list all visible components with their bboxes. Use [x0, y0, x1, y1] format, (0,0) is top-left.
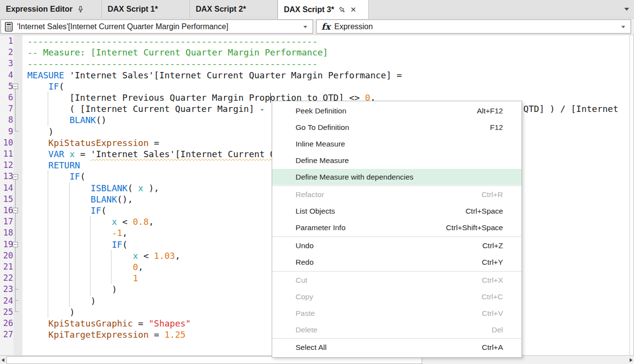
line-number: 24	[0, 295, 13, 307]
menu-item-shortcut: Ctrl+X	[482, 276, 503, 285]
code-line-17[interactable]: x < 0.8,	[27, 216, 154, 227]
fold-scope-line	[15, 89, 19, 131]
code-line-1[interactable]: ----------------------------------------…	[27, 36, 317, 47]
line-number: 7	[0, 103, 13, 114]
code-line-20[interactable]: x < 1.03,	[27, 250, 180, 261]
menu-item-label: List Objects	[296, 207, 466, 216]
line-number: 2	[0, 47, 13, 58]
menu-item-shortcut: Ctrl+Y	[482, 258, 503, 267]
menu-item-label: Paste	[296, 309, 482, 318]
menu-item-cut: CutCtrl+X	[272, 272, 522, 289]
pin-icon[interactable]	[77, 6, 84, 13]
menu-item-label: Refactor	[296, 190, 482, 199]
code-line-12[interactable]: RETURN	[27, 160, 80, 171]
menu-item-label: Select All	[296, 343, 482, 352]
fold-collapse-icon[interactable]: −	[13, 242, 18, 247]
menu-item-peek-definition[interactable]: Peek DefinitionAlt+F12	[272, 103, 522, 119]
line-number: 4	[0, 70, 13, 81]
code-line-23[interactable]: )	[27, 284, 117, 295]
code-line-10[interactable]: KpiStatusExpression =	[27, 137, 159, 148]
code-line-3[interactable]: ----------------------------------------…	[27, 58, 317, 69]
line-number: 9	[0, 126, 13, 137]
line-number: 10	[0, 137, 13, 148]
pin-icon[interactable]	[339, 6, 345, 13]
tab-label: DAX Script 3*	[284, 5, 334, 14]
menu-item-inline-measure[interactable]: Inline Measure	[272, 136, 522, 152]
expression-selector[interactable]: fx Expression	[316, 19, 631, 34]
fold-collapse-icon[interactable]: −	[13, 208, 18, 213]
measure-selector-value: 'Internet Sales'[Internet Current Quarte…	[17, 22, 228, 31]
menu-item-define-measure-with-dependencies[interactable]: Define Measure with dependencies	[272, 169, 522, 185]
menu-item-define-measure[interactable]: Define Measure	[272, 152, 522, 169]
line-number: 17	[0, 216, 13, 227]
menu-separator	[272, 338, 522, 339]
menu-item-shortcut: Alt+F12	[477, 107, 503, 115]
chevron-down-icon[interactable]	[621, 26, 625, 28]
line-number: 20	[0, 250, 13, 261]
line-number: 22	[0, 273, 13, 284]
code-line-25[interactable]: )	[27, 307, 75, 318]
code-line-19[interactable]: IF(	[27, 239, 128, 250]
code-line-4[interactable]: MEASURE 'Internet Sales'[Internet Curren…	[27, 70, 402, 81]
code-line-13[interactable]: IF(	[27, 171, 85, 182]
menu-item-undo[interactable]: UndoCtrl+Z	[272, 237, 522, 254]
fold-collapse-icon[interactable]: −	[13, 174, 18, 180]
line-number: 16	[0, 205, 13, 216]
menu-item-shortcut: F12	[490, 123, 503, 132]
menu-item-shortcut: Del	[492, 326, 503, 334]
menu-item-redo[interactable]: RedoCtrl+Y	[272, 254, 522, 271]
measure-selector[interactable]: 'Internet Sales'[Internet Current Quarte…	[0, 19, 313, 34]
code-line-8[interactable]: BLANK()	[27, 114, 107, 126]
line-number: 1	[0, 36, 13, 47]
code-line-9[interactable]: )	[27, 126, 54, 137]
tab-expression-editor[interactable]: Expression Editor	[0, 0, 102, 18]
menu-item-shortcut: Ctrl+A	[482, 343, 503, 352]
code-line-24[interactable]: )	[27, 295, 96, 307]
menu-separator	[272, 185, 522, 186]
chevron-down-icon[interactable]	[303, 26, 307, 28]
code-line-26[interactable]: KpiStatusGraphic = "Shapes"	[27, 318, 191, 329]
code-line-18[interactable]: -1,	[27, 227, 128, 238]
line-number: 23	[0, 284, 13, 295]
line-number: 18	[0, 227, 13, 238]
code-line-5[interactable]: IF(	[27, 81, 64, 92]
toolbar: 'Internet Sales'[Internet Current Quarte…	[0, 18, 634, 35]
code-line-21[interactable]: 0,	[27, 261, 143, 273]
tab-dax-script-2[interactable]: DAX Script 2*	[190, 0, 278, 18]
scroll-right-icon[interactable]	[630, 358, 633, 362]
code-line-22[interactable]: 1	[27, 273, 138, 284]
line-number: 6	[0, 92, 13, 103]
menu-item-parameter-info[interactable]: Parameter InfoCtrl+Shift+Space	[272, 219, 522, 236]
fx-icon: fx	[321, 21, 330, 32]
vertical-scrollbar[interactable]	[629, 35, 634, 355]
menu-item-select-all[interactable]: Select AllCtrl+A	[272, 339, 522, 356]
line-number: 15	[0, 194, 13, 205]
menu-item-label: Parameter Info	[296, 223, 446, 232]
line-number: 19	[0, 239, 13, 250]
menu-item-delete: DeleteDel	[272, 322, 522, 338]
menu-item-label: Delete	[296, 326, 492, 334]
menu-item-refactor: RefactorCtrl+R	[272, 186, 522, 203]
code-line-2[interactable]: -- Measure: [Internet Current Quarter Ma…	[27, 47, 328, 58]
chevron-down-icon[interactable]	[624, 8, 629, 11]
code-line-15[interactable]: BLANK(),	[27, 194, 133, 205]
line-number: 21	[0, 261, 13, 273]
menu-item-shortcut: Ctrl+Shift+Space	[446, 223, 503, 232]
tab-label: DAX Script 2*	[196, 5, 246, 14]
fold-collapse-icon[interactable]: −	[13, 84, 18, 89]
scroll-left-icon[interactable]	[1, 358, 4, 362]
tab-dax-script-3[interactable]: DAX Script 3*✕	[278, 0, 369, 19]
close-icon[interactable]: ✕	[350, 5, 356, 14]
code-line-16[interactable]: IF(	[27, 205, 107, 216]
menu-item-list-objects[interactable]: List ObjectsCtrl+Space	[272, 203, 522, 219]
menu-item-label: Undo	[296, 241, 482, 250]
code-line-14[interactable]: ISBLANK( x ),	[27, 182, 159, 194]
menu-item-paste: PasteCtrl+V	[272, 305, 522, 322]
line-number: 3	[0, 58, 13, 69]
line-number: 11	[0, 148, 13, 160]
code-line-27[interactable]: KpiTargetExpression = 1.25	[27, 329, 186, 340]
menu-item-label: Redo	[296, 258, 482, 267]
tab-dax-script-1[interactable]: DAX Script 1*	[102, 0, 190, 18]
menu-item-go-to-definition[interactable]: Go To DefinitionF12	[272, 119, 522, 136]
line-number: 8	[0, 114, 13, 126]
